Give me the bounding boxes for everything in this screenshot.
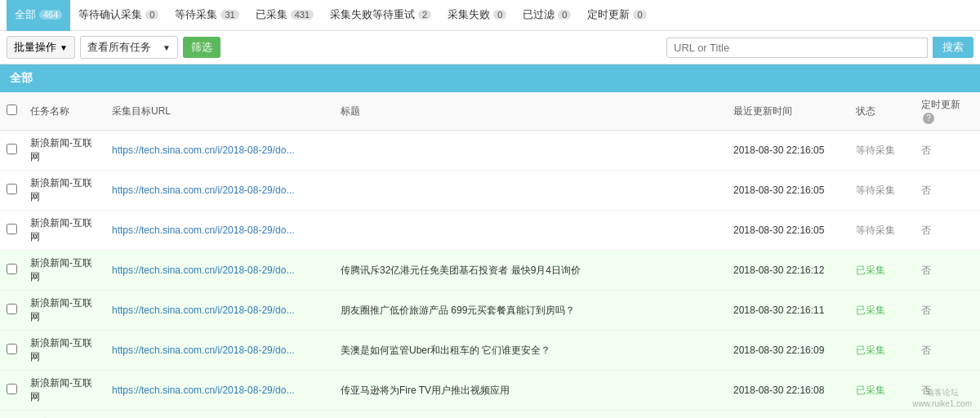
- tab-filtered[interactable]: 已过滤0: [514, 0, 579, 31]
- row-schedule: 否: [915, 131, 980, 171]
- row-time: 2018-08-30 22:16:05: [727, 131, 849, 171]
- table-row: 新浪新闻-互联网 https://tech.sina.com.cn/i/2018…: [0, 371, 980, 411]
- row-status: 已采集: [849, 291, 915, 331]
- th-checkbox: [0, 92, 24, 131]
- row-schedule: 否: [915, 211, 980, 251]
- table-row: 新浪新闻-互联网 https://tech.sina.com.cn/i/2018…: [0, 171, 980, 211]
- row-title-cell: 朋友圈推广低价旅游产品 699元买套餐真能订到房吗？: [334, 291, 727, 331]
- row-checkbox-cell: [0, 251, 24, 291]
- tab-bar: 全部464等待确认采集0等待采集31已采集431采集失败等待重试2采集失败0已过…: [0, 0, 980, 31]
- tab-label: 全部: [15, 7, 36, 22]
- row-url-cell: https://tech.sina.com.cn/i/2018-08-29/do…: [105, 171, 334, 211]
- tab-failed[interactable]: 采集失败0: [439, 0, 514, 31]
- tab-label: 等待采集: [175, 7, 217, 22]
- row-task-name: 新浪新闻-互联网: [24, 131, 105, 171]
- th-task-name: 任务名称: [24, 92, 105, 131]
- row-schedule: 否: [915, 331, 980, 371]
- row-url-cell: https://tech.sina.com.cn/i/2018-08-29/do…: [105, 291, 334, 331]
- task-select-arrow-icon: ▼: [163, 43, 171, 52]
- row-checkbox[interactable]: [7, 304, 17, 314]
- row-checkbox[interactable]: [7, 144, 17, 154]
- row-checkbox[interactable]: [7, 264, 17, 274]
- tab-label: 等待确认采集: [78, 7, 142, 22]
- select-all-checkbox[interactable]: [7, 104, 17, 115]
- row-task-name: 新浪新闻-互联网: [24, 411, 105, 419]
- table-row: 新浪新闻-互联网 https://tech.sina.com.cn/i/2018…: [0, 131, 980, 171]
- th-schedule: 定时更新 ?: [915, 92, 980, 131]
- tab-badge: 0: [633, 10, 646, 20]
- row-title-cell: [334, 131, 727, 171]
- row-status: 已采集: [849, 371, 915, 411]
- row-url-link[interactable]: https://tech.sina.com.cn/i/2018-08-29/do…: [112, 185, 294, 196]
- row-title-cell: 美澳是如何监管Uber和出租车的 它们谁更安全？: [334, 331, 727, 371]
- row-url-cell: https://tech.sina.com.cn/i/2018-08-29/do…: [105, 251, 334, 291]
- row-time: 2018-08-30 22:16:08: [727, 371, 849, 411]
- table-row: 新浪新闻-互联网 https://tech.sina.com.cn/i/2018…: [0, 411, 980, 419]
- tab-badge: 31: [220, 10, 238, 20]
- row-checkbox[interactable]: [7, 224, 17, 234]
- row-url-link[interactable]: https://tech.sina.com.cn/i/2018-08-29/do…: [112, 305, 294, 316]
- th-time: 最近更新时间: [727, 92, 849, 131]
- row-url-link[interactable]: https://tech.sina.com.cn/i/2018-08-29/do…: [112, 385, 294, 396]
- tab-badge: 0: [558, 10, 571, 20]
- row-time: 2018-08-30 22:16:05: [727, 211, 849, 251]
- row-time: 2018-08-30 22:16:09: [727, 331, 849, 371]
- row-title-cell: [334, 211, 727, 251]
- tab-pending-collect[interactable]: 等待采集31: [167, 0, 247, 31]
- data-table: 任务名称 采集目标URL 标题 最近更新时间 状态 定时更新 ?: [0, 92, 980, 418]
- row-url-link[interactable]: https://tech.sina.com.cn/i/2018-08-29/do…: [112, 225, 294, 236]
- row-checkbox-cell: [0, 371, 24, 411]
- section-header: 全部: [0, 64, 980, 92]
- row-schedule: 否: [915, 251, 980, 291]
- row-title-cell: 打击假账户：Instagram新功能可验证账户真实性: [334, 411, 727, 419]
- row-checkbox[interactable]: [7, 184, 17, 194]
- tab-label: 采集失败等待重试: [330, 7, 415, 22]
- tab-label: 定时更新: [587, 7, 630, 22]
- row-task-name: 新浪新闻-互联网: [24, 171, 105, 211]
- row-checkbox-cell: [0, 411, 24, 419]
- row-status: 已采集: [849, 411, 915, 419]
- tab-collected[interactable]: 已采集431: [247, 0, 322, 31]
- row-schedule: 否: [915, 411, 980, 419]
- row-checkbox-cell: [0, 211, 24, 251]
- watermark: 瑞客论坛 www.ruike1.com: [912, 387, 972, 410]
- tab-label: 采集失败: [448, 7, 490, 22]
- tab-failed-retry[interactable]: 采集失败等待重试2: [322, 0, 439, 31]
- tab-badge: 2: [418, 10, 431, 20]
- row-url-link[interactable]: https://tech.sina.com.cn/i/2018-08-29/do…: [112, 145, 294, 156]
- tab-badge: 431: [291, 10, 314, 20]
- row-url-link[interactable]: https://tech.sina.com.cn/i/2018-08-29/do…: [112, 265, 294, 276]
- row-schedule: 否: [915, 291, 980, 331]
- row-url-link[interactable]: https://tech.sina.com.cn/i/2018-08-29/do…: [112, 345, 294, 356]
- batch-arrow-icon: ▼: [60, 43, 68, 52]
- tab-scheduled[interactable]: 定时更新0: [579, 0, 654, 31]
- filter-button[interactable]: 筛选: [183, 37, 220, 58]
- row-time: 2018-08-30 22:16:07: [727, 411, 849, 419]
- row-title: 朋友圈推广低价旅游产品 699元买套餐真能订到房吗？: [341, 305, 575, 316]
- row-status: 已采集: [849, 331, 915, 371]
- search-button[interactable]: 搜索: [933, 37, 973, 58]
- row-checkbox[interactable]: [7, 384, 17, 394]
- row-time: 2018-08-30 22:16:11: [727, 291, 849, 331]
- tab-all[interactable]: 全部464: [7, 0, 70, 31]
- row-checkbox-cell: [0, 171, 24, 211]
- toolbar: 批量操作 ▼ 查看所有任务 ▼ 筛选 搜索: [0, 31, 980, 64]
- search-input[interactable]: [666, 38, 928, 58]
- row-url-cell: https://tech.sina.com.cn/i/2018-08-29/do…: [105, 211, 334, 251]
- table-row: 新浪新闻-互联网 https://tech.sina.com.cn/i/2018…: [0, 211, 980, 251]
- schedule-help-icon[interactable]: ?: [923, 113, 934, 124]
- row-url-cell: https://tech.sina.com.cn/i/2018-08-29/do…: [105, 371, 334, 411]
- tab-label: 已采集: [256, 7, 287, 22]
- tab-label: 已过滤: [523, 7, 555, 22]
- row-checkbox[interactable]: [7, 344, 17, 354]
- row-status: 已采集: [849, 251, 915, 291]
- row-status: 等待采集: [849, 171, 915, 211]
- task-select-dropdown[interactable]: 查看所有任务 ▼: [80, 36, 178, 59]
- row-title-cell: 传腾讯斥32亿港元任免美团基石投资者 最快9月4日询价: [334, 251, 727, 291]
- tab-pending-confirm[interactable]: 等待确认采集0: [70, 0, 167, 31]
- row-url-cell: https://tech.sina.com.cn/i/2018-08-29/do…: [105, 411, 334, 419]
- batch-operations-button[interactable]: 批量操作 ▼: [7, 36, 75, 59]
- row-status: 等待采集: [849, 131, 915, 171]
- row-time: 2018-08-30 22:16:12: [727, 251, 849, 291]
- table-row: 新浪新闻-互联网 https://tech.sina.com.cn/i/2018…: [0, 331, 980, 371]
